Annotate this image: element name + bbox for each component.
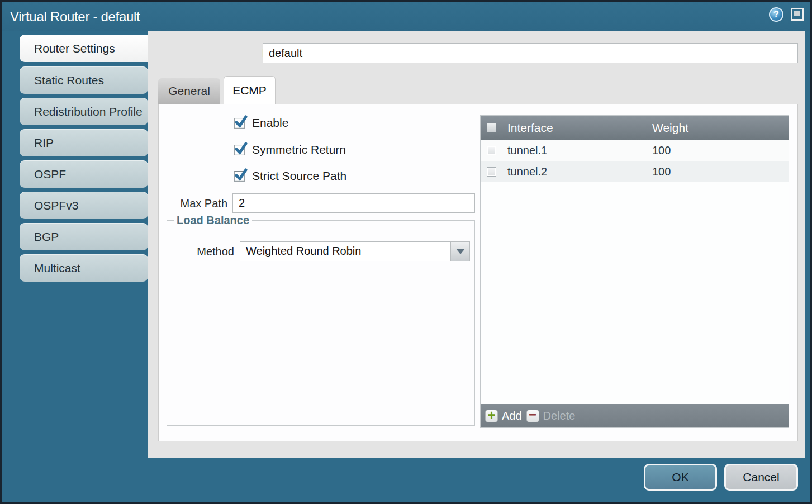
interface-cell[interactable]: tunnel.1 <box>502 140 647 161</box>
enable-label: Enable <box>252 116 288 130</box>
interface-table: Interface Weight tunnel.1 100 tunnel.2 1… <box>480 115 789 428</box>
name-input[interactable] <box>263 43 798 63</box>
table-empty-area <box>481 182 789 404</box>
plus-icon: + <box>485 410 498 422</box>
sidebar-item-static-routes[interactable]: Static Routes <box>20 66 148 94</box>
add-label: Add <box>502 410 522 422</box>
chevron-down-icon <box>456 249 465 254</box>
method-value: Weighted Round Robin <box>240 242 450 261</box>
row-checkbox[interactable] <box>487 167 496 177</box>
dropdown-button[interactable] <box>450 242 469 261</box>
sidebar-item-ospfv3[interactable]: OSPFv3 <box>20 192 148 219</box>
restore-window-icon[interactable] <box>791 8 804 21</box>
minus-icon: − <box>526 410 539 422</box>
restore-window-glyph <box>794 11 800 16</box>
title-bar: Virtual Router - default ? <box>2 2 810 31</box>
table-row[interactable]: tunnel.2 100 <box>481 161 789 182</box>
interface-column-header[interactable]: Interface <box>502 116 647 140</box>
tab-general[interactable]: General <box>158 78 220 104</box>
row-checkbox-cell <box>481 140 502 161</box>
method-label: Method <box>178 245 234 258</box>
row-checkbox-cell <box>481 161 502 182</box>
interface-cell[interactable]: tunnel.2 <box>502 161 647 182</box>
sidebar-item-ospf[interactable]: OSPF <box>20 160 148 188</box>
load-balance-legend: Load Balance <box>174 214 252 227</box>
weight-column-header[interactable]: Weight <box>647 116 789 140</box>
sidebar-item-redistribution-profile[interactable]: Redistribution Profile <box>20 98 148 125</box>
ecmp-panel: Enable Symmetric Return Strict Source Pa… <box>158 104 798 441</box>
checkmark-icon <box>235 168 248 183</box>
add-button[interactable]: + Add <box>485 410 522 422</box>
symmetric-return-checkbox[interactable] <box>234 145 245 155</box>
help-icon[interactable]: ? <box>769 7 783 22</box>
sidebar: Router Settings Static Routes Redistribu… <box>2 31 148 458</box>
max-path-label: Max Path <box>169 197 227 210</box>
max-path-input[interactable] <box>232 193 475 213</box>
ok-button[interactable]: OK <box>644 464 717 491</box>
cancel-button[interactable]: Cancel <box>724 464 798 491</box>
sidebar-item-router-settings[interactable]: Router Settings <box>20 35 148 62</box>
method-dropdown[interactable]: Weighted Round Robin <box>240 241 470 261</box>
delete-label: Delete <box>543 410 576 422</box>
sidebar-item-bgp[interactable]: BGP <box>20 223 148 250</box>
checkmark-icon <box>235 115 248 130</box>
checkmark-icon <box>235 142 248 156</box>
sidebar-item-multicast[interactable]: Multicast <box>20 254 148 282</box>
row-checkbox[interactable] <box>487 146 496 155</box>
table-row[interactable]: tunnel.1 100 <box>481 140 789 161</box>
enable-checkbox[interactable] <box>234 118 245 129</box>
strict-source-path-label: Strict Source Path <box>252 169 346 183</box>
tab-ecmp[interactable]: ECMP <box>224 76 276 104</box>
content-area: Name General ECMP Enable Symm <box>148 31 805 458</box>
strict-source-path-checkbox[interactable] <box>234 171 245 182</box>
header-checkbox-cell <box>481 116 502 140</box>
table-header: Interface Weight <box>481 116 789 140</box>
select-all-checkbox[interactable] <box>487 123 496 132</box>
table-toolbar: + Add − Delete <box>481 404 789 427</box>
load-balance-group: Load Balance Method Weighted Round Robin <box>167 220 475 426</box>
delete-button[interactable]: − Delete <box>526 410 576 422</box>
symmetric-return-checkbox-row: Symmetric Return <box>234 143 346 156</box>
strict-source-path-checkbox-row: Strict Source Path <box>234 169 346 183</box>
symmetric-return-label: Symmetric Return <box>252 143 346 156</box>
sidebar-item-rip[interactable]: RIP <box>20 129 148 156</box>
virtual-router-dialog: Virtual Router - default ? Router Settin… <box>0 0 812 504</box>
dialog-title: Virtual Router - default <box>10 9 140 25</box>
weight-cell[interactable]: 100 <box>647 140 789 161</box>
enable-checkbox-row: Enable <box>234 116 288 130</box>
weight-cell[interactable]: 100 <box>647 161 789 182</box>
